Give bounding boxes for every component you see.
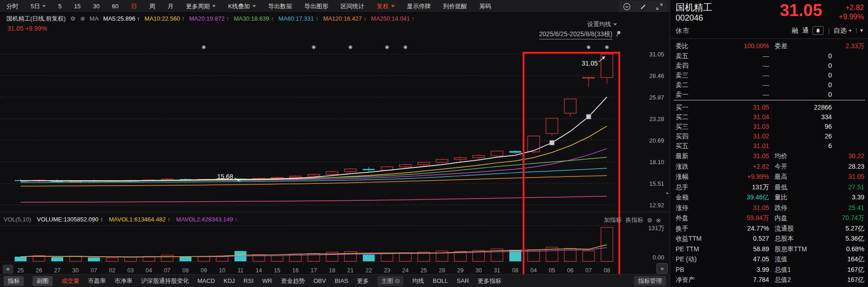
bid-ask-divider <box>674 100 865 100</box>
period-区间统计[interactable]: 区间统计 <box>341 2 365 11</box>
add-watchlist-button[interactable]: 自选 + <box>834 27 852 35</box>
indicator-manage-button[interactable]: 指标管理 <box>634 276 666 286</box>
svg-text:25: 25 <box>17 267 24 274</box>
ask-row-卖五: 卖五—0 <box>670 51 868 61</box>
collapse-circle-icon[interactable] <box>623 3 631 11</box>
period-toolbar: 分时5日5153060日周月更多周期K线叠加导出数据导出图形区间统计复权显示停牌… <box>0 0 670 13</box>
panel-collapse-handle[interactable]: ▸ <box>666 187 670 199</box>
svg-text:131万: 131万 <box>648 225 664 232</box>
indicator-BIAS[interactable]: BIAS <box>335 277 349 284</box>
alert-bell-icon[interactable] <box>813 26 824 35</box>
stat-row-净资产: 净资产7.784总值2167亿 <box>670 275 868 284</box>
indicator-市盈率[interactable]: 市盈率 <box>88 277 106 285</box>
stat-row-换手: 换手24.77%流通股5.27亿 <box>670 224 868 233</box>
ma6-value: MA250:14.041 ↑ <box>371 15 415 22</box>
svg-text:11: 11 <box>238 267 244 274</box>
indicator-成交量[interactable]: 成交量 <box>61 277 79 285</box>
pencil-icon[interactable] <box>639 3 647 11</box>
ask-row-卖一: 卖一—0 <box>670 90 868 99</box>
svg-text:26: 26 <box>36 267 42 274</box>
volume-indicator-header: VOL(5,10) VOLUME:1305852.090 ↑ MAVOL1:61… <box>4 216 242 223</box>
indicator-主图[interactable]: 主图 ⊙ <box>377 276 404 286</box>
vol-tool-加指标[interactable]: 加指标 <box>604 216 622 224</box>
svg-text:06: 06 <box>567 267 573 274</box>
indicator-MACD[interactable]: MACD <box>197 277 215 284</box>
panel-divider-line <box>670 39 868 39</box>
bid-row-买三: 买三31.0396 <box>670 122 868 131</box>
vol-close-icon[interactable]: ⊗ <box>656 217 661 224</box>
period-更多周期[interactable]: 更多周期 <box>186 2 216 11</box>
svg-text:03: 03 <box>127 267 134 274</box>
indicator-toolbar: 指标副图成交量市盈率市净率沪深股通持股变化MACDKDJRSIWR资金趋势OBV… <box>0 274 670 287</box>
stat-row-收益TTM: 收益TTM0.527总股本5.36亿 <box>670 234 868 243</box>
svg-text:15.51: 15.51 <box>649 180 664 187</box>
period-分时[interactable]: 分时 <box>6 2 18 11</box>
market-status: 休市 <box>676 27 689 35</box>
ma2-value: MA20:19.872 ↑ <box>189 15 229 22</box>
svg-text:23.28: 23.28 <box>649 116 664 122</box>
period-60[interactable]: 60 <box>112 3 118 10</box>
ma-chip: MA <box>90 15 99 22</box>
indicator-RSI[interactable]: RSI <box>244 277 254 284</box>
stat-row-涨跌: 涨跌+2.82今开28.23 <box>670 162 868 171</box>
indicator-OBV[interactable]: OBV <box>313 277 326 284</box>
margin-tag: 融 <box>792 27 798 35</box>
period-15[interactable]: 15 <box>74 3 80 10</box>
bottombar-指标[interactable]: 指标 <box>4 276 24 286</box>
vol-gear-icon[interactable]: ⚙ <box>647 217 652 224</box>
period-日[interactable]: 日 <box>131 2 137 11</box>
indicator-更多指标[interactable]: 更多指标 <box>478 277 502 285</box>
indicator-沪深股通持股变化[interactable]: 沪深股通持股变化 <box>141 277 189 285</box>
bid-row-买五: 买五31.016 <box>670 141 868 150</box>
price-change: +2.82 +9.99% <box>839 3 864 22</box>
svg-text:27: 27 <box>54 267 60 274</box>
svg-text:10: 10 <box>219 267 225 274</box>
period-显示停牌[interactable]: 显示停牌 <box>407 2 431 11</box>
svg-text:31.05: 31.05 <box>649 51 664 58</box>
ask-row-卖二: 卖二—0 <box>670 80 868 89</box>
period-到价提醒[interactable]: 到价提醒 <box>443 2 467 11</box>
stat-row-涨停: 涨停31.05跌停25.41 <box>670 203 868 212</box>
svg-text:24: 24 <box>402 267 409 274</box>
scroll-right-button[interactable]: » <box>656 263 668 274</box>
svg-text:31: 31 <box>494 267 500 274</box>
scroll-left-button[interactable]: « <box>3 265 13 274</box>
stock-name: 国机精工 <box>676 1 712 14</box>
indicator-均线[interactable]: 均线 <box>412 277 424 285</box>
ma3-value: MA30:18.639 ↑ <box>234 15 273 22</box>
period-筹码[interactable]: 筹码 <box>480 2 491 11</box>
mavol2-value: MAVOL2:428343.149 ↑ <box>176 216 238 223</box>
vol-tool-换指标[interactable]: 换指标 <box>625 216 643 224</box>
svg-text:28: 28 <box>439 267 445 274</box>
period-复权[interactable]: 复权 <box>377 2 395 11</box>
indicator-BOLL[interactable]: BOLL <box>433 277 448 284</box>
indicator-市净率[interactable]: 市净率 <box>115 277 132 285</box>
indicator-更多[interactable]: 更多 <box>357 277 369 285</box>
chart-settings-gear-icon[interactable]: ⚙ <box>70 15 76 22</box>
svg-text:16: 16 <box>292 267 299 274</box>
period-5日[interactable]: 5日 <box>31 2 46 11</box>
quote-panel: 国机精工 002046 休市 31.05 +2.82 +9.99% 融 通 | … <box>670 0 868 287</box>
period-30[interactable]: 30 <box>93 3 99 10</box>
indicator-WR[interactable]: WR <box>262 277 273 284</box>
watchlist-dropdown[interactable]: ▼ <box>856 28 864 33</box>
period-导出图形[interactable]: 导出图形 <box>305 2 328 11</box>
ma-settings-button[interactable]: 设置均线 <box>587 20 617 28</box>
bottombar-副图[interactable]: 副图 <box>33 276 53 286</box>
current-price-flag: 31.05 +9.99% <box>7 25 47 32</box>
period-月[interactable]: 月 <box>168 2 174 11</box>
period-K线叠加[interactable]: K线叠加 <box>228 2 256 11</box>
trading-terminal: 分时5日5153060日周月更多周期K线叠加导出数据导出图形区间统计复权显示停牌… <box>0 0 868 287</box>
ma0-value: MA5:25.896 ↑ <box>103 15 140 22</box>
period-周[interactable]: 周 <box>149 2 155 11</box>
period-5[interactable]: 5 <box>58 3 61 10</box>
chart-stock-label: 国机精工(日线,前复权) <box>6 15 66 23</box>
indicator-SAR[interactable]: SAR <box>457 277 469 284</box>
svg-text:08: 08 <box>604 267 610 274</box>
expand-icon[interactable] <box>655 3 663 11</box>
chart-close-icon[interactable]: ⊗ <box>80 15 85 22</box>
period-导出数据[interactable]: 导出数据 <box>268 2 292 11</box>
indicator-KDJ[interactable]: KDJ <box>224 277 235 284</box>
indicator-资金趋势[interactable]: 资金趋势 <box>281 277 305 285</box>
kline-chart[interactable]: 31.0528.4625.8723.2820.6918.1015.5112.92… <box>0 32 670 274</box>
